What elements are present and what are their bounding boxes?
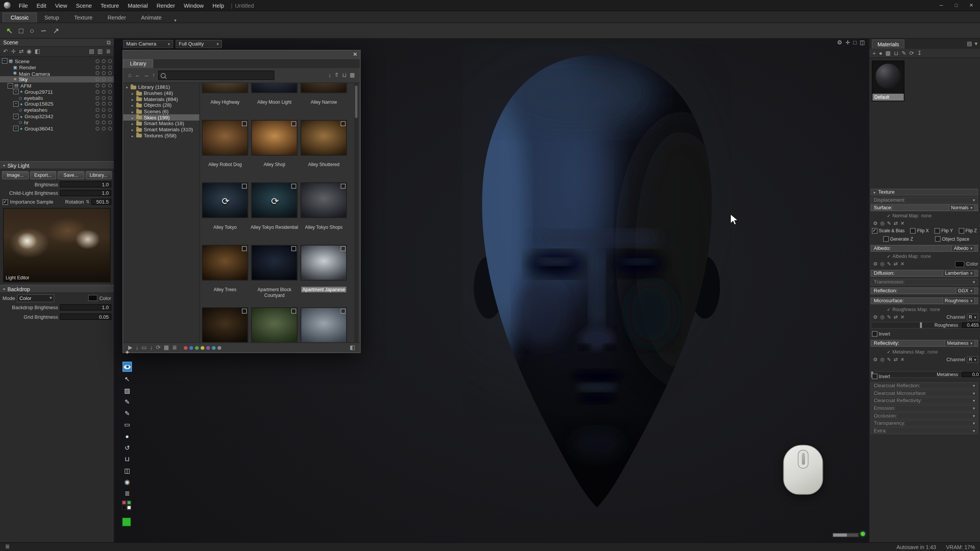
library-thumbnail[interactable] <box>202 120 248 155</box>
path-select-icon[interactable]: ↗ <box>53 27 59 34</box>
link-icon[interactable]: ⇄ <box>19 49 23 54</box>
tab-setup[interactable]: Setup <box>37 13 67 22</box>
thumbnail-checkbox[interactable] <box>341 309 346 314</box>
reflectivity-model-dropdown[interactable]: Metalness▾ <box>944 340 975 347</box>
folder-expander-icon[interactable]: ▸ <box>131 127 134 132</box>
thumbnail-checkbox[interactable] <box>291 246 296 251</box>
reflectivity-section-header[interactable]: Reflectivity: Metalness▾ <box>871 340 978 347</box>
lock-toggle-icon[interactable] <box>96 96 100 100</box>
library-thumbnail[interactable] <box>301 245 347 280</box>
folder-expander-icon[interactable]: ▸ <box>131 116 134 120</box>
albedo-map-row[interactable]: ✓ Albedo Map: none <box>871 253 978 260</box>
albedo-color-swatch[interactable] <box>955 261 964 267</box>
tree-item-group15825[interactable]: +●Group15825 <box>0 101 114 107</box>
tree-item-main-camera[interactable]: ◉Main Camera <box>0 70 114 77</box>
lock-toggle-icon[interactable] <box>96 78 100 82</box>
library-thumbnail[interactable] <box>301 120 347 155</box>
section-clearcoat-reflectivity[interactable]: Clearcoat Reflectivity:▾ <box>871 397 978 404</box>
library-item[interactable]: ⟳Alley Tokyo Residential <box>251 183 297 245</box>
tree-item-afm[interactable]: −▤AFM <box>0 83 114 89</box>
folder-icon[interactable]: ▤ <box>89 49 95 54</box>
import-icon[interactable]: ↓ <box>328 72 331 78</box>
roughness-map-row[interactable]: ✓ Roughness Map: none <box>871 306 978 313</box>
library-item[interactable]: Alley Shuttered <box>301 120 347 182</box>
arrow-down-icon[interactable]: ↓ <box>150 345 153 350</box>
lock-toggle-icon[interactable] <box>96 127 100 130</box>
brush-icon[interactable]: ✎ <box>122 397 132 407</box>
sky-library-button[interactable]: Library... <box>85 171 112 179</box>
pin-icon[interactable]: ✛ <box>11 49 16 54</box>
metalness-channel-dropdown[interactable]: R▾ <box>967 356 978 363</box>
refresh-icon[interactable]: ⟳ <box>156 345 160 350</box>
expander-icon[interactable]: + <box>13 113 19 119</box>
child-brightness-field[interactable]: 1.0 <box>60 190 111 196</box>
camera-icon[interactable]: ◉ <box>122 477 132 487</box>
zoom-icon[interactable]: ◎ <box>880 357 884 362</box>
tree-item-group36041[interactable]: +●Group36041 <box>0 126 114 132</box>
tag-color-dot[interactable] <box>184 346 188 350</box>
screen-icon[interactable]: ▭ <box>142 345 147 350</box>
maximize-view-icon[interactable]: □ <box>853 40 857 46</box>
roughness-value-field[interactable]: 0.455 <box>962 322 980 328</box>
list-view-icon[interactable]: ≣ <box>172 345 177 350</box>
trash-icon[interactable]: ⊔ <box>122 453 132 463</box>
reflection-section-header[interactable]: Reflection: GGX▾ <box>871 287 978 294</box>
note-icon[interactable]: ≣ <box>122 488 132 498</box>
tree-item-hr[interactable]: ◇hr <box>0 119 114 126</box>
tag-icon[interactable]: ◧ <box>350 345 355 350</box>
lasso-icon[interactable]: ↺ <box>122 442 132 452</box>
thumbnail-checkbox[interactable] <box>341 121 346 126</box>
render-toggle-icon[interactable] <box>108 127 112 130</box>
zoom-icon[interactable]: ◎ <box>880 221 884 226</box>
isolate-icon[interactable]: ◧ <box>35 49 40 54</box>
undo-icon[interactable]: ↶ <box>3 49 8 54</box>
library-thumbnail[interactable] <box>301 307 347 343</box>
section-extra[interactable]: Extra:▾ <box>871 427 978 434</box>
section-emission[interactable]: Emission:▾ <box>871 405 978 412</box>
grid-brightness-field[interactable]: 0.05 <box>60 314 111 320</box>
roughness-slider-handle[interactable] <box>920 322 922 328</box>
section-clearcoat-microsurface[interactable]: Clearcoat Microsurface:▾ <box>871 390 978 397</box>
tag-color-dot[interactable] <box>195 346 199 350</box>
folder-expander-icon[interactable]: ▾ <box>125 85 129 90</box>
sky-preview-image[interactable]: Light Editor <box>3 208 111 282</box>
render-toggle-icon[interactable] <box>108 84 112 88</box>
eraser-icon[interactable]: ▭ <box>122 419 132 429</box>
render-toggle-icon[interactable] <box>108 121 112 124</box>
library-folder-materials[interactable]: ▸Materials (694) <box>123 96 199 103</box>
library-item[interactable]: Alley Highway <box>202 83 248 120</box>
clear-icon[interactable]: ✕ <box>900 261 905 266</box>
link-icon[interactable]: ⇄ <box>893 357 898 362</box>
library-titlebar[interactable]: ✕ <box>123 51 360 60</box>
visibility-toggle-icon[interactable] <box>102 96 106 100</box>
library-item[interactable]: Alley Narrow <box>301 83 347 120</box>
lock-toggle-icon[interactable] <box>96 102 100 106</box>
generate-z-checkbox[interactable] <box>883 236 889 242</box>
close-icon[interactable]: ✕ <box>965 1 978 10</box>
library-thumbnail[interactable] <box>251 245 297 280</box>
library-thumbnail[interactable] <box>251 120 297 155</box>
thumbnail-checkbox[interactable] <box>242 121 247 126</box>
lock-toggle-icon[interactable] <box>96 121 100 124</box>
thumbnail-checkbox[interactable] <box>291 309 296 314</box>
pencil-icon[interactable]: ✎ <box>887 357 891 362</box>
expander-icon[interactable]: + <box>13 89 19 95</box>
menu-item-view[interactable]: View <box>51 2 71 8</box>
lasso-select-icon[interactable]: ∽ <box>40 27 46 34</box>
palette-color-swatch[interactable] <box>122 500 126 505</box>
rotation-stepper[interactable]: ⇅ <box>86 199 90 204</box>
tree-item-eyeballs[interactable]: ◇eyeballs <box>0 95 114 101</box>
menu-icon[interactable]: ▾ <box>975 41 977 47</box>
gear-icon[interactable]: ⚙ <box>873 261 878 266</box>
folder-expander-icon[interactable]: ▸ <box>131 103 134 108</box>
surface-model-dropdown[interactable]: Normals▾ <box>949 204 975 211</box>
tab-classic[interactable]: Classic <box>3 13 37 23</box>
flip-x-checkbox[interactable] <box>910 228 916 234</box>
library-item[interactable] <box>251 307 297 343</box>
refresh-icon[interactable]: ⟳ <box>909 50 914 56</box>
brightness-field[interactable]: 1.0 <box>60 181 111 187</box>
minimize-icon[interactable]: ─ <box>935 1 947 10</box>
zoom-icon[interactable]: ◎ <box>880 315 884 320</box>
render-toggle-icon[interactable] <box>108 108 112 112</box>
thumbnail-checkbox[interactable] <box>242 246 247 251</box>
